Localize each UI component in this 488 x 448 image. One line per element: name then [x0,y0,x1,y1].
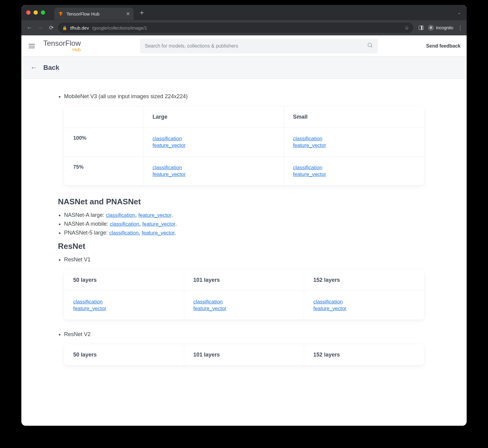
tab-title: TensorFlow Hub [66,11,99,16]
search-icon[interactable] [367,42,373,50]
logo-main: TensorFlow [43,39,81,47]
new-tab-button[interactable]: ＋ [138,8,145,17]
resnet-v2-header-152: 152 layers [304,344,424,365]
nav-reload-button[interactable]: ⟳ [47,24,56,31]
site-header: TensorFlow Hub Send feedback [21,35,467,57]
resnet-v1-152-classification-link[interactable]: classification [313,299,415,305]
search-container [140,39,378,53]
nasnet-a-mobile-classification-link[interactable]: classification [110,221,139,227]
mobilenet-table: Large Small 100% classification feature_… [64,106,424,185]
table-header-small: Small [284,106,424,127]
chrome-menu-icon[interactable]: ⋮ [458,24,463,31]
toolbar-right: Incognito ⋮ [419,24,463,31]
resnet-v2-label: ResNet V2 [64,331,442,338]
nasnet-section-title: NASNet and PNASNet [58,197,442,206]
address-bar[interactable]: 🔒 tfhub.dev/google/collections/image/1 ☆ [58,23,413,33]
resnet-v2-table: 50 layers 101 layers 152 layers [64,344,424,365]
browser-toolbar: ← → ⟳ 🔒 tfhub.dev/google/collections/ima… [21,20,467,35]
chrome-tab-strip: TensorFlow Hub ✕ ＋ ⌄ [21,5,467,20]
browser-window: TensorFlow Hub ✕ ＋ ⌄ ← → ⟳ 🔒 tfhub.dev/g… [21,5,467,426]
back-label: Back [43,64,59,72]
tab-overflow-icon[interactable]: ⌄ [458,10,461,15]
resnet-section-title: ResNet [58,242,442,251]
table-row-75: 75% [64,156,143,185]
nav-forward-button[interactable]: → [36,25,45,31]
window-controls [26,10,54,15]
svg-point-1 [431,28,432,29]
resnet-v2-header-101: 101 layers [184,344,304,365]
resnet-v1-header-50: 50 layers [64,270,184,291]
mobilenet-small-75-classification-link[interactable]: classification [293,165,415,171]
pnasnet-5-large-feature-link[interactable]: feature_vector [142,230,175,236]
resnet-v1-header-101: 101 layers [184,270,304,291]
resnet-v1-152-feature-link[interactable]: feature_vector [313,306,415,312]
mobilenet-large-75-classification-link[interactable]: classification [152,165,274,171]
tab-close-icon[interactable]: ✕ [126,11,130,17]
nasnet-item-2: PNASNet-5 large: classification, feature… [64,230,442,236]
pnasnet-5-large-classification-link[interactable]: classification [109,230,138,236]
resnet-v1-50-feature-link[interactable]: feature_vector [73,306,175,312]
back-arrow-icon[interactable]: ← [30,64,37,72]
mobilenet-large-100-feature-link[interactable]: feature_vector [152,142,274,149]
bookmark-star-icon[interactable]: ☆ [404,25,409,31]
nasnet-item-1: NASNet-A mobile: classification, feature… [64,221,442,227]
resnet-v1-header-152: 152 layers [304,270,424,291]
send-feedback-link[interactable]: Send feedback [426,43,461,49]
svg-point-0 [430,28,431,29]
incognito-icon [428,25,434,31]
url-domain: tfhub.dev [70,25,89,30]
tensorflow-favicon [58,11,63,16]
window-maximize-button[interactable] [41,10,45,15]
mobilenet-large-75-feature-link[interactable]: feature_vector [152,171,274,177]
mobilenet-small-100-classification-link[interactable]: classification [293,136,415,142]
resnet-v1-101-classification-link[interactable]: classification [193,299,295,305]
nasnet-a-large-classification-link[interactable]: classification [106,212,135,218]
resnet-v1-101-feature-link[interactable]: feature_vector [193,306,295,312]
incognito-label: Incognito [436,25,453,30]
resnet-v1-50-classification-link[interactable]: classification [73,299,175,305]
resnet-v2-header-50: 50 layers [64,344,184,365]
window-close-button[interactable] [26,10,30,15]
incognito-badge[interactable]: Incognito [428,25,453,31]
window-minimize-button[interactable] [34,10,38,15]
nasnet-a-large-feature-link[interactable]: feature_vector [138,212,171,218]
mobilenet-large-100-classification-link[interactable]: classification [152,136,274,142]
page-content: MobileNet V3 (all use input images sized… [21,79,467,395]
svg-point-2 [368,43,371,47]
browser-tab[interactable]: TensorFlow Hub ✕ [54,8,134,20]
nasnet-item-0: NASNet-A large: classification, feature_… [64,212,442,218]
table-header-large: Large [143,106,284,127]
resnet-v1-label: ResNet V1 [64,256,442,263]
mobilenet-small-100-feature-link[interactable]: feature_vector [293,142,415,149]
nasnet-a-mobile-feature-link[interactable]: feature_vector [142,221,175,227]
url-path: /google/collections/image/1 [92,25,147,30]
hamburger-menu-button[interactable] [27,43,36,49]
mobilenet-small-75-feature-link[interactable]: feature_vector [293,171,415,177]
resnet-v1-table: 50 layers 101 layers 152 layers classifi… [64,270,424,320]
nasnet-item-1-prefix: NASNet-A mobile: [64,221,110,227]
lock-icon: 🔒 [62,26,67,30]
table-row-100: 100% [64,127,143,156]
nasnet-item-0-prefix: NASNet-A large: [64,212,106,218]
logo-sub: Hub [43,47,81,52]
side-panel-icon[interactable] [419,26,424,30]
nav-back-button[interactable]: ← [25,25,34,31]
nasnet-item-2-prefix: PNASNet-5 large: [64,230,109,236]
tensorflow-hub-logo[interactable]: TensorFlow Hub [43,39,81,52]
mobilenet-heading: MobileNet V3 (all use input images sized… [64,93,442,100]
search-box[interactable] [140,39,378,53]
search-input[interactable] [145,43,363,49]
back-bar: ← Back [21,57,467,79]
